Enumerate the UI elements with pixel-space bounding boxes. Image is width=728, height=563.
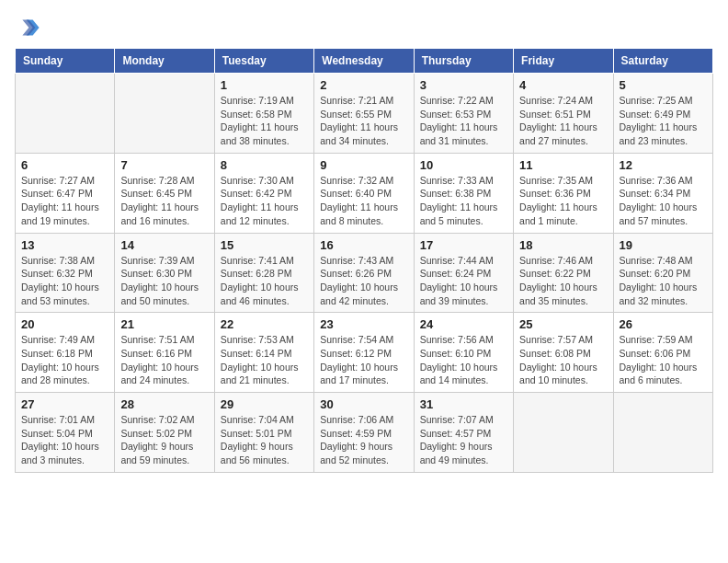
day-number: 12 — [620, 158, 707, 172]
calendar-week-row: 1Sunrise: 7:19 AM Sunset: 6:58 PM Daylig… — [16, 74, 713, 154]
day-number: 10 — [420, 158, 507, 172]
day-detail: Sunrise: 7:41 AM Sunset: 6:28 PM Dayligh… — [221, 254, 308, 308]
calendar-cell: 16Sunrise: 7:43 AM Sunset: 6:26 PM Dayli… — [314, 233, 414, 313]
calendar-cell: 20Sunrise: 7:49 AM Sunset: 6:18 PM Dayli… — [16, 313, 115, 393]
calendar-cell: 31Sunrise: 7:07 AM Sunset: 4:57 PM Dayli… — [414, 393, 513, 473]
day-number: 5 — [620, 78, 707, 92]
day-number: 17 — [420, 238, 507, 252]
calendar-table: SundayMondayTuesdayWednesdayThursdayFrid… — [15, 48, 713, 473]
calendar-cell: 26Sunrise: 7:59 AM Sunset: 6:06 PM Dayli… — [613, 313, 712, 393]
calendar-cell: 30Sunrise: 7:06 AM Sunset: 4:59 PM Dayli… — [314, 393, 414, 473]
calendar-cell: 14Sunrise: 7:39 AM Sunset: 6:30 PM Dayli… — [115, 233, 214, 313]
day-detail: Sunrise: 7:59 AM Sunset: 6:06 PM Dayligh… — [620, 333, 707, 387]
calendar-cell: 5Sunrise: 7:25 AM Sunset: 6:49 PM Daylig… — [613, 74, 712, 154]
day-detail: Sunrise: 7:57 AM Sunset: 6:08 PM Dayligh… — [519, 333, 607, 387]
day-number: 3 — [420, 78, 507, 92]
day-detail: Sunrise: 7:25 AM Sunset: 6:49 PM Dayligh… — [620, 94, 707, 148]
calendar-cell: 2Sunrise: 7:21 AM Sunset: 6:55 PM Daylig… — [314, 74, 414, 154]
calendar-cell: 24Sunrise: 7:56 AM Sunset: 6:10 PM Dayli… — [414, 313, 513, 393]
day-number: 14 — [120, 238, 208, 252]
day-detail: Sunrise: 7:32 AM Sunset: 6:40 PM Dayligh… — [320, 174, 407, 228]
day-number: 25 — [519, 317, 607, 331]
calendar-cell — [613, 393, 712, 473]
calendar-cell: 27Sunrise: 7:01 AM Sunset: 5:04 PM Dayli… — [16, 393, 115, 473]
day-number: 20 — [21, 317, 108, 331]
day-detail: Sunrise: 7:30 AM Sunset: 6:42 PM Dayligh… — [221, 174, 308, 228]
day-number: 24 — [420, 317, 507, 331]
day-detail: Sunrise: 7:21 AM Sunset: 6:55 PM Dayligh… — [320, 94, 407, 148]
day-number: 31 — [420, 397, 507, 411]
day-detail: Sunrise: 7:22 AM Sunset: 6:53 PM Dayligh… — [420, 94, 507, 148]
day-detail: Sunrise: 7:43 AM Sunset: 6:26 PM Dayligh… — [320, 254, 407, 308]
day-number: 1 — [221, 78, 308, 92]
calendar-cell: 12Sunrise: 7:36 AM Sunset: 6:34 PM Dayli… — [613, 153, 712, 233]
calendar-cell: 29Sunrise: 7:04 AM Sunset: 5:01 PM Dayli… — [214, 393, 313, 473]
calendar-cell: 28Sunrise: 7:02 AM Sunset: 5:02 PM Dayli… — [115, 393, 214, 473]
day-detail: Sunrise: 7:44 AM Sunset: 6:24 PM Dayligh… — [420, 254, 507, 308]
calendar-header-row: SundayMondayTuesdayWednesdayThursdayFrid… — [16, 49, 713, 74]
calendar-week-row: 27Sunrise: 7:01 AM Sunset: 5:04 PM Dayli… — [16, 393, 713, 473]
calendar-cell — [16, 74, 115, 154]
day-number: 9 — [320, 158, 407, 172]
day-number: 6 — [21, 158, 108, 172]
day-detail: Sunrise: 7:49 AM Sunset: 6:18 PM Dayligh… — [21, 333, 108, 387]
day-detail: Sunrise: 7:48 AM Sunset: 6:20 PM Dayligh… — [620, 254, 707, 308]
day-number: 27 — [21, 397, 108, 411]
calendar-cell: 10Sunrise: 7:33 AM Sunset: 6:38 PM Dayli… — [414, 153, 513, 233]
day-number: 19 — [620, 238, 707, 252]
calendar-cell: 21Sunrise: 7:51 AM Sunset: 6:16 PM Dayli… — [115, 313, 214, 393]
day-number: 29 — [221, 397, 308, 411]
day-number: 4 — [519, 78, 607, 92]
calendar-week-row: 13Sunrise: 7:38 AM Sunset: 6:32 PM Dayli… — [16, 233, 713, 313]
day-detail: Sunrise: 7:36 AM Sunset: 6:34 PM Dayligh… — [620, 174, 707, 228]
day-number: 26 — [620, 317, 707, 331]
day-number: 16 — [320, 238, 407, 252]
calendar-cell: 11Sunrise: 7:35 AM Sunset: 6:36 PM Dayli… — [514, 153, 613, 233]
day-detail: Sunrise: 7:38 AM Sunset: 6:32 PM Dayligh… — [21, 254, 108, 308]
day-number: 18 — [519, 238, 607, 252]
calendar-cell — [514, 393, 613, 473]
day-of-week-header: Saturday — [613, 49, 712, 74]
calendar-cell: 25Sunrise: 7:57 AM Sunset: 6:08 PM Dayli… — [514, 313, 613, 393]
calendar-cell: 3Sunrise: 7:22 AM Sunset: 6:53 PM Daylig… — [414, 74, 513, 154]
calendar-cell — [115, 74, 214, 154]
calendar-cell: 4Sunrise: 7:24 AM Sunset: 6:51 PM Daylig… — [514, 74, 613, 154]
calendar-cell: 17Sunrise: 7:44 AM Sunset: 6:24 PM Dayli… — [414, 233, 513, 313]
calendar-cell: 23Sunrise: 7:54 AM Sunset: 6:12 PM Dayli… — [314, 313, 414, 393]
day-detail: Sunrise: 7:56 AM Sunset: 6:10 PM Dayligh… — [420, 333, 507, 387]
day-detail: Sunrise: 7:19 AM Sunset: 6:58 PM Dayligh… — [221, 94, 308, 148]
calendar-cell: 7Sunrise: 7:28 AM Sunset: 6:45 PM Daylig… — [115, 153, 214, 233]
day-number: 21 — [120, 317, 208, 331]
day-of-week-header: Tuesday — [214, 49, 313, 74]
day-number: 15 — [221, 238, 308, 252]
day-detail: Sunrise: 7:02 AM Sunset: 5:02 PM Dayligh… — [120, 413, 208, 467]
day-number: 7 — [120, 158, 208, 172]
day-number: 11 — [519, 158, 607, 172]
calendar-cell: 9Sunrise: 7:32 AM Sunset: 6:40 PM Daylig… — [314, 153, 414, 233]
day-detail: Sunrise: 7:35 AM Sunset: 6:36 PM Dayligh… — [519, 174, 607, 228]
day-number: 2 — [320, 78, 407, 92]
calendar-cell: 19Sunrise: 7:48 AM Sunset: 6:20 PM Dayli… — [613, 233, 712, 313]
day-of-week-header: Sunday — [16, 49, 115, 74]
day-number: 23 — [320, 317, 407, 331]
day-detail: Sunrise: 7:04 AM Sunset: 5:01 PM Dayligh… — [221, 413, 308, 467]
calendar-cell: 22Sunrise: 7:53 AM Sunset: 6:14 PM Dayli… — [214, 313, 313, 393]
day-of-week-header: Friday — [514, 49, 613, 74]
calendar-cell: 1Sunrise: 7:19 AM Sunset: 6:58 PM Daylig… — [214, 74, 313, 154]
day-detail: Sunrise: 7:46 AM Sunset: 6:22 PM Dayligh… — [519, 254, 607, 308]
day-number: 28 — [120, 397, 208, 411]
day-number: 30 — [320, 397, 407, 411]
calendar-cell: 6Sunrise: 7:27 AM Sunset: 6:47 PM Daylig… — [16, 153, 115, 233]
day-of-week-header: Thursday — [414, 49, 513, 74]
logo-icon — [15, 15, 40, 40]
day-number: 8 — [221, 158, 308, 172]
day-detail: Sunrise: 7:33 AM Sunset: 6:38 PM Dayligh… — [420, 174, 507, 228]
day-number: 22 — [221, 317, 308, 331]
day-detail: Sunrise: 7:06 AM Sunset: 4:59 PM Dayligh… — [320, 413, 407, 467]
day-detail: Sunrise: 7:24 AM Sunset: 6:51 PM Dayligh… — [519, 94, 607, 148]
day-of-week-header: Wednesday — [314, 49, 414, 74]
day-detail: Sunrise: 7:51 AM Sunset: 6:16 PM Dayligh… — [120, 333, 208, 387]
day-detail: Sunrise: 7:39 AM Sunset: 6:30 PM Dayligh… — [120, 254, 208, 308]
day-detail: Sunrise: 7:54 AM Sunset: 6:12 PM Dayligh… — [320, 333, 407, 387]
day-number: 13 — [21, 238, 108, 252]
